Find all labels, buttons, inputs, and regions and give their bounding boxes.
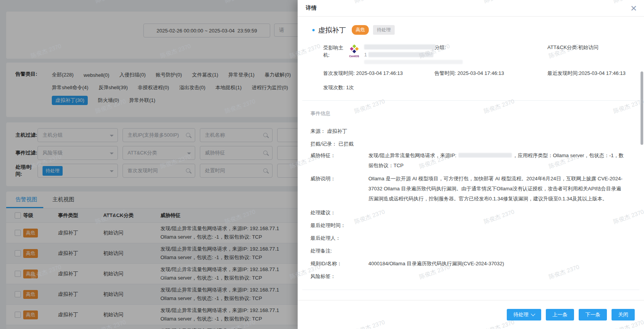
detail-field-row: 处理建议： [310, 209, 644, 217]
masked-line [364, 60, 463, 64]
alert-title-row: 虚拟补丁 高危 待处理 [312, 25, 644, 35]
detail-field-label: 最后处理时间： [310, 222, 368, 229]
alert-time-field: 告警时间: 2025-03-04 17:46:13 [434, 70, 547, 77]
panel-header: 详情 ✕ [298, 0, 644, 17]
detail-field-value: 4000184/Ollama 目录遍历致代码执行漏洞(CVE-2024-3703… [368, 260, 625, 268]
alert-name: 虚拟补丁 [318, 25, 346, 35]
last-seen-field: 最近发现时间:2025-03-04 17:46:13 [547, 70, 644, 77]
button-label: 下一条 [585, 311, 600, 318]
detail-field-value [368, 273, 625, 280]
panel-scrollbar[interactable] [641, 71, 643, 145]
detail-field-label: 处理备注: [310, 247, 368, 255]
detail-field-list: 处理建议：最后处理时间：最后处理人：处理备注:规则ID/名称：4000184/O… [298, 209, 644, 280]
discovery-count-field: 发现次数: 1次 [323, 84, 644, 91]
threat-description-value: Ollama 是一款开源 AI 模型项目，可方便打包，加快部署 AI 模型流程。… [368, 174, 625, 204]
intercept-label: 拦截/记录： [310, 141, 337, 147]
intercept-value: 已拦截 [339, 141, 354, 147]
masked-line: 1 [364, 52, 463, 58]
affected-host-label: 受影响主机: [323, 44, 345, 64]
threat-feature-field: 威胁特征： 发现/阻止异常流量包网络请求，来源IP: ，应用程序类型：Ollam… [310, 151, 644, 171]
close-button[interactable]: 关闭 [612, 309, 635, 321]
detail-field-label: 处理建议： [310, 209, 368, 217]
status-badge: 待处理 [373, 25, 395, 35]
source-value: 虚拟补丁 [327, 128, 347, 134]
status-dropdown-button[interactable]: 待处理 [507, 309, 541, 321]
panel-title: 详情 [306, 5, 317, 12]
bullet-dot-icon [312, 29, 315, 31]
summary-grid-row1: 受影响主机: CentOS [323, 44, 644, 64]
detail-field-row: 最后处理人： [310, 234, 644, 242]
button-label: 关闭 [618, 311, 628, 318]
threat-description-label: 威胁说明： [310, 174, 368, 204]
detail-field-value [368, 222, 625, 229]
detail-field-label: 最后处理人： [310, 234, 368, 242]
event-info-section-title: 事件信息 [310, 110, 644, 117]
section-divider [302, 100, 639, 101]
previous-button[interactable]: 上一条 [546, 309, 574, 321]
threat-description-field: 威胁说明： Ollama 是一款开源 AI 模型项目，可方便打包，加快部署 AI… [310, 174, 644, 204]
detail-field-row: 规则ID/名称：4000184/Ollama 目录遍历致代码执行漏洞(CVE-2… [310, 260, 644, 268]
detail-field-label: 风险标签： [310, 273, 368, 280]
detail-field-row: 最后处理时间： [310, 222, 644, 229]
centos-icon: CentOS [347, 44, 361, 64]
button-label: 上一条 [552, 311, 567, 318]
severity-badge: 高危 [352, 25, 369, 35]
summary-grid-row2: 首次发现时间: 2025-03-04 17:46:13 告警时间: 2025-0… [323, 70, 644, 77]
group-field: 分组: [434, 44, 547, 51]
source-label: 来源： [310, 128, 325, 134]
panel-footer: 待处理上一条下一条关闭 [298, 300, 644, 329]
detail-field-value [368, 234, 625, 242]
chevron-down-icon [531, 312, 535, 316]
detail-panel: 详情 ✕ 虚拟补丁 高危 待处理 受影响主机: [298, 0, 644, 329]
masked-ip [458, 153, 512, 158]
close-icon[interactable]: ✕ [630, 4, 637, 12]
detail-field-value [368, 247, 625, 255]
intercept-field: 拦截/记录：已拦截 [310, 141, 644, 148]
affected-host-cell: 受影响主机: CentOS [323, 44, 434, 64]
panel-body: 虚拟补丁 高危 待处理 受影响主机: [298, 17, 644, 300]
attck-field: ATT&CK分类:初始访问 [547, 44, 644, 51]
first-seen-field: 首次发现时间: 2025-03-04 17:46:13 [323, 70, 434, 77]
button-label: 待处理 [513, 311, 528, 318]
threat-feature-value: 发现/阻止异常流量包网络请求，来源IP: ，应用程序类型：Ollama serv… [368, 151, 625, 171]
masked-line [364, 44, 436, 49]
next-button[interactable]: 下一条 [579, 309, 607, 321]
app-screen: 2025-02-26 00:00:00 ~ 2025-03-04 23:59:5… [0, 0, 644, 329]
detail-field-row: 处理备注: [310, 247, 644, 255]
detail-field-row: 风险标签： [310, 273, 644, 280]
threat-feature-label: 威胁特征： [310, 151, 368, 171]
centos-label: CentOS [347, 55, 361, 58]
detail-field-label: 规则ID/名称： [310, 260, 368, 268]
section-divider [302, 290, 639, 290]
detail-field-value [368, 209, 625, 217]
source-field: 来源：虚拟补丁 [310, 128, 644, 135]
